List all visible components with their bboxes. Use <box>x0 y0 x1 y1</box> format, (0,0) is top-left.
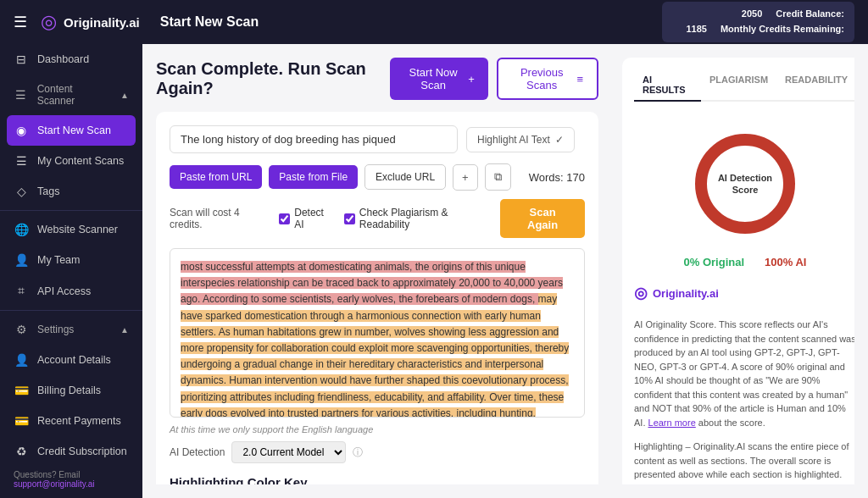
scan-cost: Scan will cost 4 credits. <box>170 207 265 230</box>
sidebar-item-website-scanner[interactable]: 🌐 Website Scanner <box>0 214 142 245</box>
highlighted-text-orange-1: may have sparked domestication through a… <box>181 293 569 418</box>
start-new-scan-button[interactable]: Start Now Scan + <box>390 58 488 100</box>
copy-icon-button[interactable]: ⧉ <box>485 163 511 191</box>
scan-options-row: Scan will cost 4 credits. Detect AI Chec… <box>170 199 585 238</box>
originality-brand-name: Originality.ai <box>653 287 719 300</box>
support-text: Questions? Email <box>14 470 80 479</box>
sidebar-item-my-content-scans[interactable]: ☰ My Content Scans <box>0 146 142 176</box>
sidebar-divider-1 <box>0 210 142 211</box>
paste-from-file-button[interactable]: Paste from File <box>269 165 358 189</box>
score-row: 0% Original 100% AI <box>634 256 854 268</box>
highlight-desc-text: Highlighting – Originality.AI scans the … <box>634 441 849 479</box>
highlight-description: Highlighting – Originality.AI scans the … <box>634 440 854 484</box>
hamburger-icon[interactable]: ☰ <box>14 13 27 31</box>
sidebar-divider-2 <box>0 310 142 311</box>
sidebar-label-account-details: Account Details <box>37 354 111 366</box>
sidebar-label-api-access: API Access <box>37 285 91 297</box>
credit-balance-value: 2050 <box>742 7 762 22</box>
logo-text: Originality.ai <box>64 15 140 30</box>
score-desc-text: AI Originality Score. This score reflect… <box>634 319 854 428</box>
sidebar-item-recent-payments[interactable]: 💳 Recent Payments <box>0 406 142 436</box>
score-ai-label: AI <box>795 256 806 268</box>
result-tabs: AI RESULTS PLAGIARISM READABILITY <box>634 69 854 102</box>
exclude-url-button[interactable]: Exclude URL <box>364 164 446 190</box>
sidebar-label-billing-details: Billing Details <box>37 385 101 396</box>
add-icon-button[interactable]: + <box>453 164 478 191</box>
monthly-credits-label: Monthly Credits Remaining: <box>721 22 844 37</box>
settings-icon: ⚙ <box>14 323 29 336</box>
team-icon: 👤 <box>14 253 29 267</box>
score-ai-pct: 100% <box>765 256 793 268</box>
detect-ai-checkbox-label[interactable]: Detect AI <box>279 207 331 230</box>
detect-ai-checkbox[interactable] <box>279 213 290 224</box>
tab-plagiarism[interactable]: PLAGIARISM <box>701 69 776 100</box>
highlight-red-text: Dark Red = 100% AI <box>634 484 721 485</box>
sidebar-item-credit-subscription[interactable]: ♻ Credit Subscription <box>0 436 142 467</box>
sidebar-item-my-team[interactable]: 👤 My Team <box>0 245 142 275</box>
credits-display: Credit Balance:2050 Monthly Credits Rema… <box>662 2 854 42</box>
scan-input-row: Highlight AI Text ✓ <box>170 125 585 153</box>
sidebar-item-settings[interactable]: ⚙ Settings ▲ <box>0 314 142 345</box>
color-key-title: Highlighting Color Key <box>170 475 585 484</box>
tag-icon: ◇ <box>14 185 29 198</box>
highlight-ai-text-button[interactable]: Highlight AI Text ✓ <box>466 127 575 152</box>
subscription-icon: ♻ <box>14 445 29 458</box>
scan-header: Scan Complete. Run Scan Again? Start Now… <box>156 58 598 100</box>
donut-chart: AI Detection Score <box>690 129 800 239</box>
donut-chart-container: AI Detection Score <box>634 129 854 239</box>
color-key: Highlighting Color Key 90% confidence th… <box>170 475 585 484</box>
about-score-text: about the score. <box>698 418 765 428</box>
plagiarism-checkbox[interactable] <box>344 213 355 224</box>
monthly-credits-value: 1185 <box>686 22 706 37</box>
detect-ai-label: Detect AI <box>294 207 331 230</box>
sidebar-item-tags[interactable]: ◇ Tags <box>0 176 142 207</box>
sidebar-item-account-details[interactable]: 👤 Account Details <box>0 345 142 375</box>
words-count: Words: 170 <box>529 171 585 184</box>
support-email-link[interactable]: support@originality.ai <box>14 479 95 489</box>
learn-more-link[interactable]: Learn more <box>648 418 696 428</box>
sidebar-label-credit-subscription: Credit Subscription <box>37 445 127 457</box>
originality-brand: ◎ Originality.ai <box>634 284 854 302</box>
language-note: At this time we only support the English… <box>170 424 585 434</box>
topbar: ☰ ◎ Originality.ai Start New Scan Credit… <box>0 0 868 44</box>
tab-readability[interactable]: READABILITY <box>776 69 854 100</box>
paste-from-url-button[interactable]: Paste from URL <box>170 165 262 189</box>
sidebar-item-start-new-scan[interactable]: ◉ Start New Scan <box>7 115 136 146</box>
scan-buttons-row: Paste from URL Paste from File Exclude U… <box>170 163 585 191</box>
originality-logo-icon: ◎ <box>634 284 648 302</box>
score-original-pct: 0% <box>684 256 700 268</box>
list-icon: ☰ <box>14 154 29 168</box>
sidebar-item-dashboard[interactable]: ⊟ Dashboard <box>0 44 142 75</box>
sidebar-label-tags: Tags <box>37 185 59 197</box>
info-icon: ⓘ <box>353 445 363 460</box>
donut-center-label: AI Detection Score <box>718 172 772 196</box>
topbar-title: Start New Scan <box>160 14 259 30</box>
right-panel: AI RESULTS PLAGIARISM READABILITY AI Det… <box>610 58 854 484</box>
content-area: Scan Complete. Run Scan Again? Start Now… <box>142 44 868 498</box>
scan-again-button[interactable]: Scan Again <box>500 199 585 238</box>
sidebar-item-billing-details[interactable]: 💳 Billing Details <box>0 375 142 406</box>
scanner-icon: ☰ <box>14 88 29 102</box>
score-original: 0% Original <box>684 256 745 268</box>
sidebar-label-content-scanner: Content Scanner <box>37 83 112 107</box>
account-icon: 👤 <box>14 353 29 367</box>
previous-scans-button[interactable]: Previous Scans ≡ <box>497 58 598 100</box>
scan-text-input[interactable] <box>170 125 458 153</box>
sidebar-item-api-access[interactable]: ⌗ API Access <box>0 275 142 307</box>
highlight-label: Highlight AI Text <box>477 134 550 146</box>
sidebar-label-dashboard: Dashboard <box>37 53 89 65</box>
text-content-area: most successful attempts at domesticatin… <box>170 248 585 418</box>
layout: ⊟ Dashboard ☰ Content Scanner ▲ ◉ Start … <box>0 44 868 498</box>
score-description: AI Originality Score. This score reflect… <box>634 318 854 429</box>
ai-model-select[interactable]: 2.0 Current Model <box>231 441 346 463</box>
plagiarism-checkbox-label[interactable]: Check Plagiarism & Readability <box>344 207 487 230</box>
donut-label-line2: Score <box>718 184 772 196</box>
tab-ai-results[interactable]: AI RESULTS <box>634 69 701 102</box>
ai-detection-select-row: AI Detection 2.0 Current Model ⓘ <box>170 441 585 463</box>
logo: ◎ Originality.ai <box>41 11 140 33</box>
plus-icon-btn: + <box>468 73 475 86</box>
chevron-up-icon: ▲ <box>120 91 129 100</box>
sidebar-item-content-scanner[interactable]: ☰ Content Scanner ▲ <box>0 75 142 115</box>
sidebar-label-my-team: My Team <box>37 254 80 266</box>
start-scan-label: Start Now Scan <box>403 66 463 91</box>
